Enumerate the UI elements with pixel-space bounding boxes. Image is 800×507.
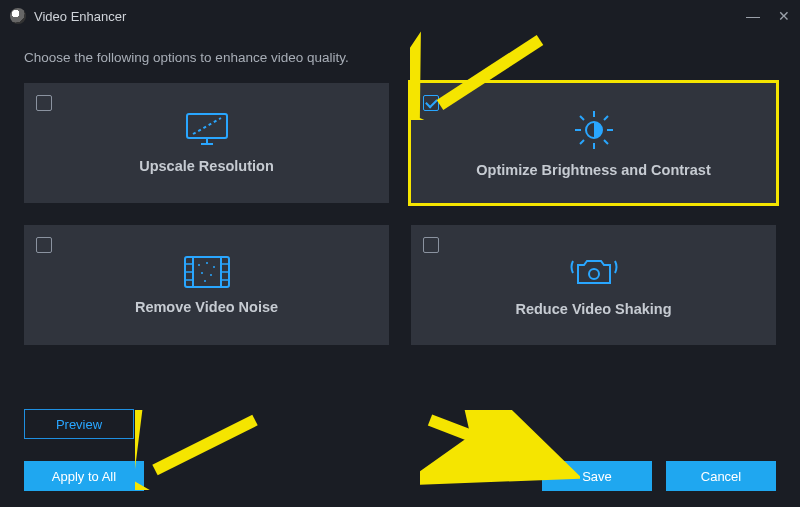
card-label: Remove Video Noise [135,299,278,315]
svg-point-27 [204,280,206,282]
svg-point-24 [213,266,215,268]
checkbox-noise[interactable] [36,237,52,253]
footer: Preview Apply to All Save Cancel [24,409,776,491]
apply-to-all-button[interactable]: Apply to All [24,461,144,491]
close-button[interactable]: ✕ [778,8,790,24]
svg-rect-0 [187,114,227,138]
content-area: Choose the following options to enhance … [0,32,800,345]
card-label: Reduce Video Shaking [515,301,671,317]
svg-point-26 [210,274,212,276]
right-buttons: Save Cancel [542,461,776,491]
monitor-icon [185,112,229,148]
app-icon [10,8,26,24]
instruction-text: Choose the following options to enhance … [24,50,776,65]
svg-point-23 [206,262,208,264]
window-controls: — ✕ [746,8,790,24]
checkbox-brightness[interactable] [423,95,439,111]
card-upscale-resolution[interactable]: Upscale Resolution [24,83,389,203]
card-brightness-contrast[interactable]: Optimize Brightness and Contrast [411,83,776,203]
brightness-icon [572,108,616,152]
minimize-button[interactable]: — [746,8,760,24]
card-remove-noise[interactable]: Remove Video Noise [24,225,389,345]
preview-button[interactable]: Preview [24,409,134,439]
svg-point-28 [589,269,599,279]
app-title: Video Enhancer [34,9,126,24]
svg-point-25 [201,272,203,274]
svg-line-10 [604,140,608,144]
camera-shake-icon [570,253,618,291]
options-grid: Upscale Resolution [24,83,776,345]
card-label: Optimize Brightness and Contrast [476,162,710,178]
svg-line-11 [580,140,584,144]
checkbox-upscale[interactable] [36,95,52,111]
save-button[interactable]: Save [542,461,652,491]
titlebar: Video Enhancer — ✕ [0,0,800,32]
card-reduce-shaking[interactable]: Reduce Video Shaking [411,225,776,345]
card-label: Upscale Resolution [139,158,274,174]
svg-point-22 [198,264,200,266]
checkbox-shaking[interactable] [423,237,439,253]
cancel-button[interactable]: Cancel [666,461,776,491]
svg-line-1 [193,118,221,134]
svg-line-9 [580,116,584,120]
film-icon [183,255,231,289]
svg-line-12 [604,116,608,120]
bottom-button-row: Apply to All Save Cancel [24,461,776,491]
